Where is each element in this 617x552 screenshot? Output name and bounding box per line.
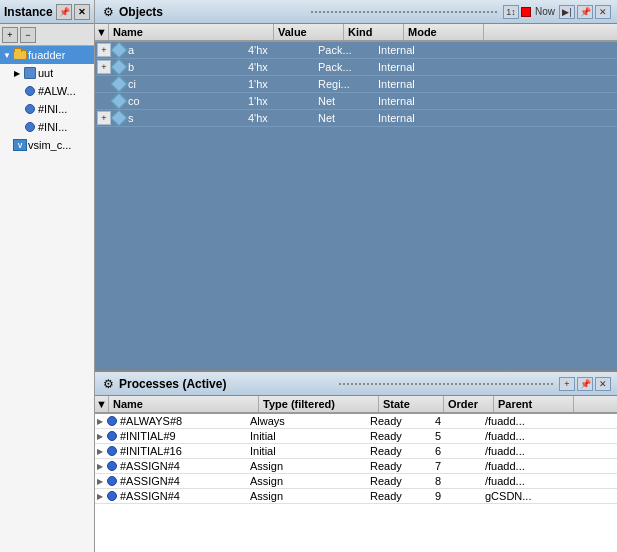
- obj-icon-b: [111, 59, 128, 76]
- name-col-header[interactable]: Name: [109, 24, 274, 40]
- proc-parent-1: /fuadd...: [485, 430, 565, 442]
- proc-state-0: Ready: [370, 415, 435, 427]
- obj-value-s: 4'hx: [248, 112, 318, 124]
- proc-type-col-header[interactable]: Type (filtered): [259, 396, 379, 412]
- value-col-header[interactable]: Value: [274, 24, 344, 40]
- objects-toolbar-right: 1↕ Now ▶| 📌 ✕: [503, 5, 611, 19]
- close-btn[interactable]: ✕: [74, 4, 90, 20]
- vsim-arrow: [2, 140, 12, 150]
- obj-expand-s[interactable]: +: [97, 111, 111, 125]
- proc-name-4: #ASSIGN#4: [120, 475, 250, 487]
- obj-row-ci[interactable]: ci 1'hx Regi... Internal: [95, 76, 617, 93]
- proc-name-2: #INITIAL#16: [120, 445, 250, 457]
- proc-icon-0: [107, 416, 117, 426]
- obj-row-co[interactable]: co 1'hx Net Internal: [95, 93, 617, 110]
- proc-row-3[interactable]: ▶ #ASSIGN#4 Assign Ready 7 /fuadd...: [95, 459, 617, 474]
- tree-item-ini2[interactable]: #INI...: [0, 118, 94, 136]
- proc-row-5[interactable]: ▶ #ASSIGN#4 Assign Ready 9 gCSDN...: [95, 489, 617, 504]
- proc-type-1: Initial: [250, 430, 370, 442]
- obj-kind-s: Net: [318, 112, 378, 124]
- proc-filter-col[interactable]: ▼: [95, 396, 109, 412]
- obj-kind-ci: Regi...: [318, 78, 378, 90]
- obj-row-a[interactable]: + a 4'hx Pack... Internal: [95, 42, 617, 59]
- pin-btn[interactable]: 📌: [56, 4, 72, 20]
- obj-icon-co: [111, 93, 128, 110]
- proc-name-0: #ALWAYS#8: [120, 415, 250, 427]
- proc-type-5: Assign: [250, 490, 370, 502]
- expand-all-btn[interactable]: +: [2, 27, 18, 43]
- instance-panel: Instance 📌 ✕ + − ▼ fuadder ▶ uut: [0, 0, 95, 552]
- instance-title: Instance: [4, 5, 53, 19]
- ini2-label: #INI...: [38, 121, 67, 133]
- obj-name-s: s: [128, 112, 248, 124]
- proc-name-1: #INITIAL#9: [120, 430, 250, 442]
- proc-row-0[interactable]: ▶ #ALWAYS#8 Always Ready 4 /fuadd...: [95, 414, 617, 429]
- proc-row-2[interactable]: ▶ #INITIAL#16 Initial Ready 6 /fuadd...: [95, 444, 617, 459]
- proc-type-2: Initial: [250, 445, 370, 457]
- objects-pin-btn[interactable]: 📌: [577, 5, 593, 19]
- collapse-all-btn[interactable]: −: [20, 27, 36, 43]
- uut-label: uut: [38, 67, 53, 79]
- proc-order-1: 5: [435, 430, 485, 442]
- obj-mode-a: Internal: [378, 44, 458, 56]
- ini1-arrow: [12, 104, 22, 114]
- proc-parent-col-header[interactable]: Parent: [494, 396, 574, 412]
- processes-divider: [339, 383, 555, 385]
- obj-expand-a[interactable]: +: [97, 43, 111, 57]
- uut-icon: [22, 65, 38, 81]
- fuadder-icon: [12, 47, 28, 63]
- mode-col-header[interactable]: Mode: [404, 24, 484, 40]
- kind-col-header[interactable]: Kind: [344, 24, 404, 40]
- objects-nav-btn[interactable]: ▶|: [559, 5, 575, 19]
- obj-value-b: 4'hx: [248, 61, 318, 73]
- alw-label: #ALW...: [38, 85, 76, 97]
- proc-close-btn[interactable]: ✕: [595, 377, 611, 391]
- proc-pin-btn[interactable]: 📌: [577, 377, 593, 391]
- proc-row-1[interactable]: ▶ #INITIAL#9 Initial Ready 5 /fuadd...: [95, 429, 617, 444]
- objects-col-headers: ▼ Name Value Kind Mode: [95, 24, 617, 42]
- proc-order-col-header[interactable]: Order: [444, 396, 494, 412]
- proc-arrow-0: ▶: [97, 417, 107, 426]
- vsim-icon: V: [12, 137, 28, 153]
- fuadder-arrow: ▼: [2, 50, 12, 60]
- proc-name-col-header[interactable]: Name: [109, 396, 259, 412]
- proc-type-0: Always: [250, 415, 370, 427]
- proc-order-2: 6: [435, 445, 485, 457]
- instance-toolbar: + −: [0, 24, 94, 46]
- ini1-icon: [22, 101, 38, 117]
- obj-mode-b: Internal: [378, 61, 458, 73]
- tree-item-fuadder[interactable]: ▼ fuadder: [0, 46, 94, 64]
- processes-title: Processes (Active): [119, 377, 335, 391]
- obj-icon-ci: [111, 76, 128, 93]
- obj-kind-co: Net: [318, 95, 378, 107]
- tree-item-ini1[interactable]: #INI...: [0, 100, 94, 118]
- obj-row-b[interactable]: + b 4'hx Pack... Internal: [95, 59, 617, 76]
- obj-kind-a: Pack...: [318, 44, 378, 56]
- proc-state-col-header[interactable]: State: [379, 396, 444, 412]
- proc-state-4: Ready: [370, 475, 435, 487]
- vsim-label: vsim_c...: [28, 139, 71, 151]
- objects-content: + a 4'hx Pack... Internal + b 4'hx Pack.…: [95, 42, 617, 370]
- objects-title: Objects: [119, 5, 307, 19]
- proc-name-3: #ASSIGN#4: [120, 460, 250, 472]
- filter-col[interactable]: ▼: [95, 24, 109, 40]
- objects-gear-icon: ⚙: [101, 5, 115, 19]
- obj-expand-b[interactable]: +: [97, 60, 111, 74]
- objects-close-btn[interactable]: ✕: [595, 5, 611, 19]
- proc-order-5: 9: [435, 490, 485, 502]
- ini2-icon: [22, 119, 38, 135]
- obj-value-a: 4'hx: [248, 44, 318, 56]
- proc-add-btn[interactable]: +: [559, 377, 575, 391]
- processes-content: ▼ Name Type (filtered) State Order Paren…: [95, 396, 617, 552]
- tree-item-alw[interactable]: #ALW...: [0, 82, 94, 100]
- proc-row-4[interactable]: ▶ #ASSIGN#4 Assign Ready 8 /fuadd...: [95, 474, 617, 489]
- proc-icon-2: [107, 446, 117, 456]
- tree-item-vsim[interactable]: V vsim_c...: [0, 136, 94, 154]
- processes-gear-icon: ⚙: [101, 377, 115, 391]
- tree-item-uut[interactable]: ▶ uut: [0, 64, 94, 82]
- obj-row-s[interactable]: + s 4'hx Net Internal: [95, 110, 617, 127]
- fuadder-label: fuadder: [28, 49, 65, 61]
- proc-icon-5: [107, 491, 117, 501]
- instance-panel-header: Instance 📌 ✕: [0, 0, 94, 24]
- sort-btn[interactable]: 1↕: [503, 5, 519, 19]
